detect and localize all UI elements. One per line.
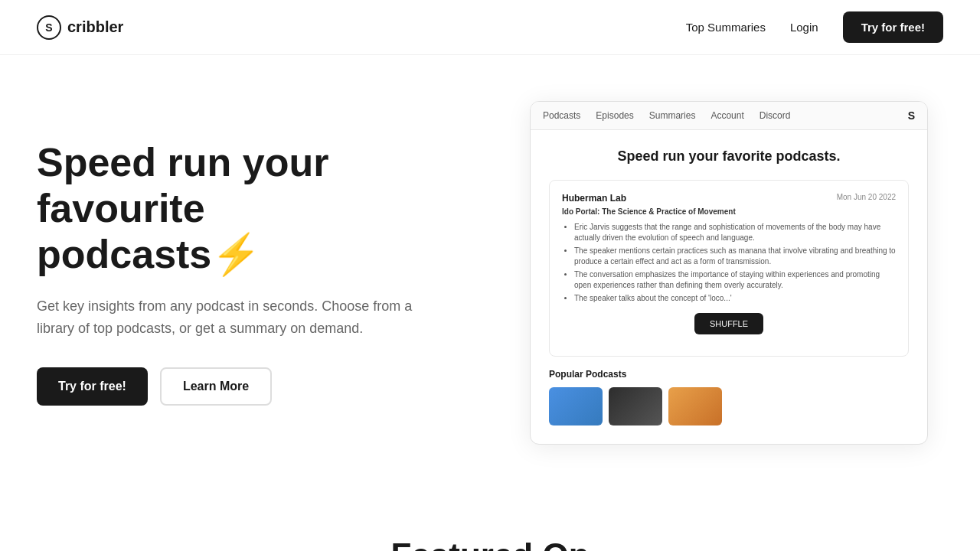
mockup-body: Speed run your favorite podcasts. Huberm…	[531, 130, 927, 444]
bullet-2: The speaker mentions certain practices s…	[574, 246, 896, 267]
mockup-card-bullets: Eric Jarvis suggests that the range and …	[562, 222, 896, 304]
nav-login[interactable]: Login	[790, 21, 818, 34]
mockup-nav-episodes[interactable]: Episodes	[596, 110, 633, 121]
mockup-podcast-list	[549, 387, 909, 425]
podcast-thumb-3[interactable]	[668, 387, 722, 425]
podcast-thumb-2[interactable]	[609, 387, 662, 425]
hero-emoji: ⚡	[211, 232, 261, 276]
hero-title: Speed run your favourite podcasts⚡	[37, 140, 435, 277]
hero-buttons: Try for free! Learn More	[37, 367, 435, 406]
hero-description: Get key insights from any podcast in sec…	[37, 295, 435, 340]
featured-title: Featured On	[37, 536, 943, 551]
hero-try-free-button[interactable]: Try for free!	[37, 367, 148, 406]
bullet-1: Eric Jarvis suggests that the range and …	[574, 222, 896, 243]
mockup-shuffle-button[interactable]: SHUFFLE	[694, 313, 763, 334]
bullet-3: The conversation emphasizes the importan…	[574, 269, 896, 291]
featured-section: Featured On 💪 featured on There's An AI …	[0, 491, 980, 551]
nav-links: Top Summaries Login Try for free!	[686, 11, 943, 43]
nav-try-free-button[interactable]: Try for free!	[843, 11, 943, 43]
nav-top-summaries[interactable]: Top Summaries	[686, 21, 766, 34]
navbar: S cribbler Top Summaries Login Try for f…	[0, 0, 980, 55]
logo-icon: S	[37, 15, 61, 40]
mockup-nav-account[interactable]: Account	[710, 110, 743, 121]
hero-right: Podcasts Episodes Summaries Account Disc…	[514, 101, 943, 445]
mockup-card-date: Mon Jun 20 2022	[837, 193, 896, 201]
mockup-popular-label: Popular Podcasts	[549, 369, 909, 380]
mockup-headline: Speed run your favorite podcasts.	[549, 148, 909, 165]
mockup-logo: S	[908, 109, 915, 122]
podcast-thumb-1[interactable]	[549, 387, 603, 425]
mockup-nav-items: Podcasts Episodes Summaries Account Disc…	[543, 110, 790, 121]
mockup-nav-discord[interactable]: Discord	[760, 110, 791, 121]
mockup-nav-podcasts[interactable]: Podcasts	[543, 110, 580, 121]
mockup-nav-bar: Podcasts Episodes Summaries Account Disc…	[531, 102, 927, 130]
mockup-card-title: Ido Portal: The Science & Practice of Mo…	[562, 207, 896, 216]
mockup-card-lab: Huberman Lab	[562, 193, 626, 204]
hero-left: Speed run your favourite podcasts⚡ Get k…	[37, 140, 435, 406]
logo[interactable]: S cribbler	[37, 15, 123, 40]
hero-section: Speed run your favourite podcasts⚡ Get k…	[0, 55, 980, 491]
mockup-card: Huberman Lab Mon Jun 20 2022 Ido Portal:…	[549, 180, 909, 357]
mockup-nav-summaries[interactable]: Summaries	[649, 110, 696, 121]
logo-text: cribbler	[67, 18, 123, 36]
app-mockup: Podcasts Episodes Summaries Account Disc…	[530, 101, 928, 445]
hero-learn-more-button[interactable]: Learn More	[160, 367, 272, 406]
bullet-4: The speaker talks about the concept of '…	[574, 293, 896, 304]
